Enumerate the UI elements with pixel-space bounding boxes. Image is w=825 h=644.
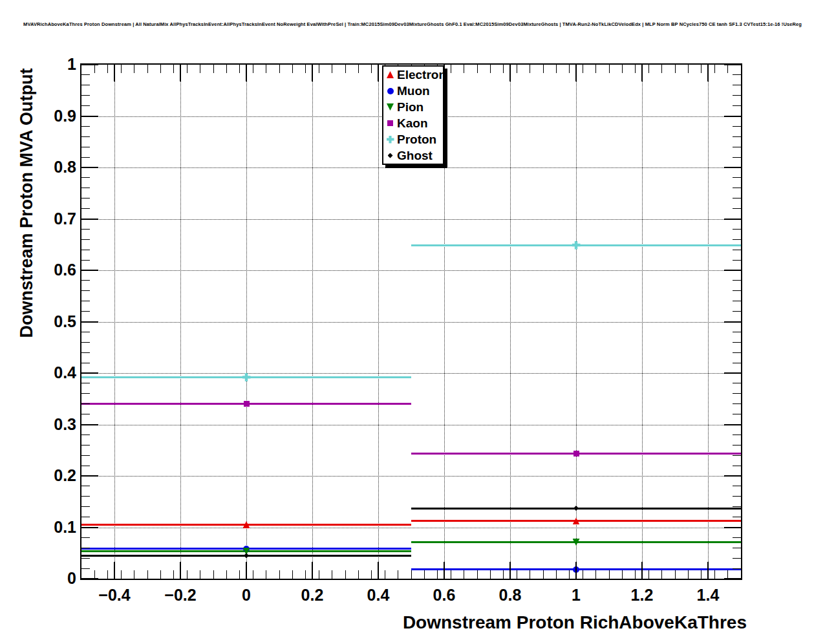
y-tick-right <box>733 486 741 486</box>
legend-marker-muon <box>387 88 394 94</box>
x-tick <box>675 570 676 579</box>
y-tick <box>81 229 90 230</box>
x-tick-top <box>147 65 148 73</box>
x-tick-top <box>661 65 662 73</box>
y-tick <box>81 403 90 404</box>
y-tick <box>81 548 90 548</box>
x-tick-label: 0.2 <box>301 586 324 605</box>
y-tick-right <box>733 435 741 435</box>
v-gridline <box>642 65 643 579</box>
y-tick <box>81 74 90 75</box>
y-tick-right <box>733 239 741 240</box>
y-tick-right <box>733 188 741 188</box>
x-tick <box>114 562 115 579</box>
x-tick-top <box>213 65 214 73</box>
x-tick-top <box>107 65 108 73</box>
x-tick-top <box>378 65 379 81</box>
x-tick-top <box>609 65 610 73</box>
y-tick-label: 0.3 <box>25 415 76 434</box>
y-tick <box>81 383 90 383</box>
y-tick <box>81 95 90 96</box>
x-tick <box>385 570 385 579</box>
y-tick-right <box>733 352 741 353</box>
x-tick <box>641 562 643 579</box>
marker-kaon <box>573 451 579 456</box>
y-tick-right <box>733 342 741 343</box>
y-tick-right <box>733 496 741 497</box>
y-tick <box>81 372 98 374</box>
legend-marker-cell <box>383 136 397 144</box>
y-tick <box>81 85 90 85</box>
x-tick-top <box>358 65 359 73</box>
x-tick-top <box>701 65 702 73</box>
x-tick-label: 1.2 <box>631 586 654 605</box>
marker-proton <box>242 373 251 381</box>
v-gridline <box>246 65 247 579</box>
v-gridline <box>576 65 577 579</box>
y-tick-right <box>733 260 741 261</box>
x-tick-top <box>688 65 689 73</box>
x-tick <box>714 570 715 579</box>
legend-label: Muon <box>397 85 430 97</box>
x-tick <box>332 570 332 579</box>
x-tick-top <box>312 65 313 81</box>
legend-label: Electron <box>397 69 446 81</box>
y-tick-right <box>733 537 741 538</box>
x-tick <box>424 570 425 579</box>
y-tick-right <box>724 167 741 168</box>
x-tick <box>226 570 227 579</box>
y-tick-right <box>724 270 741 271</box>
y-tick <box>81 208 90 209</box>
x-tick-top <box>239 65 240 73</box>
x-tick <box>246 562 247 579</box>
y-tick-right <box>733 558 741 559</box>
y-tick <box>81 424 98 425</box>
x-tick-top <box>451 65 451 73</box>
y-tick-right <box>733 280 741 281</box>
x-tick <box>444 562 445 579</box>
y-axis-title: Downstream Proton MVA Output <box>17 69 37 338</box>
x-tick-top <box>371 65 372 73</box>
y-tick-right <box>733 198 741 199</box>
legend-marker-pion <box>387 103 394 111</box>
x-tick-top <box>477 65 478 73</box>
x-tick-top <box>279 65 280 73</box>
y-tick <box>81 496 90 497</box>
y-tick <box>81 578 98 579</box>
x-tick <box>569 570 570 579</box>
x-tick <box>239 570 240 579</box>
legend-marker-proton <box>387 136 394 144</box>
x-tick <box>437 570 438 579</box>
legend-marker-electron <box>387 71 394 78</box>
legend-row: Pion <box>383 99 443 115</box>
x-tick-top <box>226 65 227 73</box>
x-tick-label: 0 <box>242 586 251 605</box>
x-tick <box>279 570 280 579</box>
x-tick-label: 0.4 <box>367 586 390 605</box>
y-tick-right <box>733 136 741 137</box>
x-tick-top <box>530 65 530 73</box>
x-tick <box>371 570 372 579</box>
x-tick <box>622 570 623 579</box>
y-tick <box>81 311 90 312</box>
x-tick <box>160 570 161 579</box>
y-tick <box>81 239 90 240</box>
y-tick-label: 0.1 <box>25 518 76 537</box>
y-tick <box>81 435 90 435</box>
plot-title: MVAVRichAboveKaThres Proton Downstream |… <box>0 21 825 27</box>
x-tick <box>292 570 293 579</box>
x-tick <box>266 570 266 579</box>
x-tick <box>107 570 108 579</box>
y-tick <box>81 517 90 517</box>
x-tick-top <box>648 65 649 73</box>
y-tick <box>81 188 90 188</box>
legend-box: ElectronMuonPionKaonProtonGhost <box>382 65 444 165</box>
x-tick-top <box>517 65 517 73</box>
y-tick <box>81 506 90 507</box>
legend-row: Muon <box>383 83 443 99</box>
v-gridline <box>708 65 709 579</box>
x-tick-top <box>622 65 623 73</box>
y-tick <box>81 198 90 199</box>
y-tick <box>81 414 90 414</box>
y-tick-right <box>724 578 741 579</box>
